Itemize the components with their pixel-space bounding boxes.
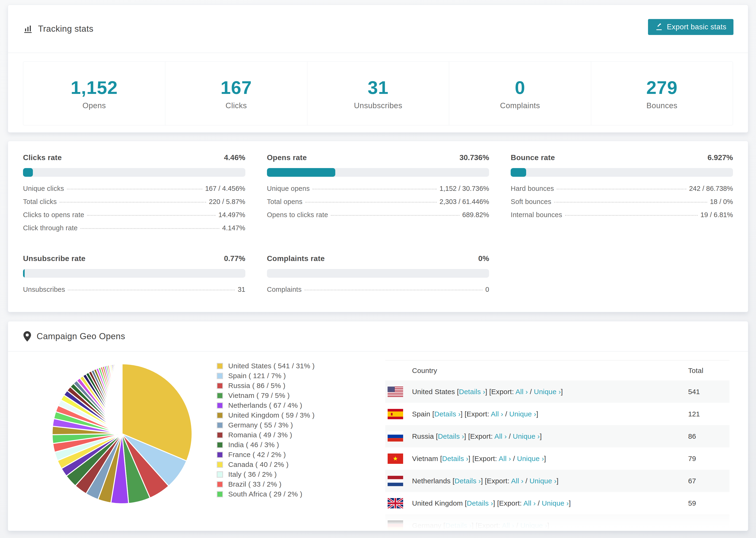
rate-value: 4.46% — [224, 153, 245, 162]
details-link[interactable]: Details › — [455, 477, 481, 485]
space — [510, 477, 511, 485]
total-cell: 79 — [688, 455, 696, 463]
bracket: ] — [568, 499, 571, 507]
country-flag-icon — [388, 409, 403, 419]
country-name: Netherlands — [412, 477, 451, 485]
legend-item[interactable]: Romania ( 49 / 3% ) — [217, 430, 315, 440]
export-all-link[interactable]: All › — [511, 477, 523, 485]
rate-progress-fill — [23, 269, 25, 278]
table-row: Russia [Details ›] [Export: All › / Uniq… — [385, 425, 729, 447]
country-name: Russia — [412, 432, 434, 440]
details-link[interactable]: Details › — [434, 410, 460, 418]
legend-item[interactable]: Italy ( 36 / 2% ) — [217, 469, 315, 479]
legend-item[interactable]: United Kingdom ( 59 / 3% ) — [217, 410, 315, 420]
details-link[interactable]: Details › — [438, 432, 464, 440]
country-cell: Netherlands [Details ›] [Export: All › /… — [412, 477, 559, 485]
legend-swatch — [217, 471, 223, 478]
legend-item[interactable]: United States ( 541 / 31% ) — [217, 361, 315, 371]
rate-detail-rows: Unsubscribes 31 — [23, 286, 245, 294]
details-link[interactable]: Details › — [459, 388, 485, 396]
country-cell: Vietnam [Details ›] [Export: All › / Uni… — [412, 455, 546, 463]
rate-progress-bar — [23, 269, 245, 278]
country-cell: Russia [Details ›] [Export: All › / Uniq… — [412, 432, 542, 440]
export-label: Export: — [491, 388, 514, 396]
rate-title-row: Complaints rate 0% — [267, 254, 489, 263]
table-row: Netherlands [Details ›] [Export: All › /… — [385, 470, 729, 492]
export-unique-link[interactable]: Unique › — [513, 432, 540, 440]
geo-pie-chart[interactable] — [49, 361, 195, 507]
legend-item[interactable]: Spain ( 121 / 7% ) — [217, 371, 315, 381]
stat-label: Opens — [82, 101, 106, 110]
details-link[interactable]: Details › — [442, 455, 468, 462]
legend-item[interactable]: India ( 46 / 3% ) — [217, 440, 315, 450]
export-all-link[interactable]: All › — [523, 499, 536, 507]
export-all-link[interactable]: All › — [515, 388, 528, 396]
export-unique-link[interactable]: Unique › — [529, 477, 557, 485]
rate-value: 6.927% — [707, 153, 733, 162]
export-unique-link[interactable]: Unique › — [534, 388, 561, 396]
country-flag-icon — [388, 454, 403, 464]
export-all-link[interactable]: All › — [495, 432, 507, 440]
slash: / — [514, 521, 520, 529]
bracket: ] — [547, 521, 549, 529]
rate-detail-row: Unsubscribes 31 — [23, 286, 245, 294]
rate-detail-row: Click through rate 4.147% — [23, 224, 245, 232]
pie-legend: United States ( 541 / 31% ) Spain ( 121 … — [217, 361, 315, 499]
legend-item[interactable]: Netherlands ( 67 / 4% ) — [217, 401, 315, 410]
tracking-stats-card: Tracking stats Export basic stats 1,152 … — [8, 5, 748, 133]
legend-label: United Kingdom ( 59 / 3% ) — [228, 411, 315, 419]
rates-card: Clicks rate 4.46% Unique clicks 167 / 4.… — [8, 141, 748, 312]
rate-detail-value: 0 — [485, 286, 489, 294]
geo-title: Campaign Geo Opens — [37, 331, 125, 341]
export-all-link[interactable]: All › — [499, 455, 511, 462]
rate-title-row: Unsubscribe rate 0.77% — [23, 254, 245, 263]
stat-card: 31 Unsubscribes — [307, 62, 449, 125]
country-cell: United Kingdom [Details ›] [Export: All … — [412, 499, 571, 507]
export-label: Export: — [499, 499, 522, 507]
rate-detail-value: 220 / 5.87% — [209, 198, 245, 206]
legend-swatch — [217, 393, 223, 399]
export-unique-link[interactable]: Unique › — [542, 499, 568, 507]
geo-table-header: Country Total — [385, 360, 729, 381]
export-all-link[interactable]: All › — [491, 410, 503, 418]
rate-block: Clicks rate 4.46% Unique clicks 167 / 4.… — [23, 153, 245, 237]
legend-item[interactable]: Germany ( 55 / 3% ) — [217, 420, 315, 430]
rate-detail-value: 19 / 6.81% — [700, 211, 733, 219]
export-basic-stats-button[interactable]: Export basic stats — [648, 19, 733, 35]
legend-item[interactable]: Russia ( 86 / 5% ) — [217, 381, 315, 391]
rate-detail-value: 31 — [238, 286, 245, 294]
space — [500, 521, 502, 529]
country-flag-icon — [388, 476, 403, 486]
slash: / — [528, 388, 534, 396]
rate-progress-fill — [267, 168, 335, 177]
export-unique-link[interactable]: Unique › — [520, 521, 547, 529]
legend-swatch — [217, 363, 223, 369]
legend-label: Germany ( 55 / 3% ) — [228, 421, 293, 429]
space — [497, 455, 499, 462]
rate-detail-row: Total opens 2,303 / 61.446% — [267, 198, 489, 206]
legend-item[interactable]: Canada ( 40 / 2% ) — [217, 459, 315, 469]
rate-detail-row: Clicks to opens rate 14.497% — [23, 211, 245, 219]
legend-item[interactable]: South Africa ( 29 / 2% ) — [217, 489, 315, 499]
legend-label: India ( 46 / 3% ) — [228, 441, 279, 449]
legend-item[interactable]: Vietnam ( 79 / 5% ) — [217, 391, 315, 401]
details-link[interactable]: Details › — [445, 521, 472, 529]
legend-label: France ( 42 / 2% ) — [228, 451, 286, 459]
pie-slice[interactable] — [122, 364, 122, 368]
geo-table-body: United States [Details ›] [Export: All ›… — [385, 381, 729, 531]
details-link[interactable]: Details › — [467, 499, 493, 507]
rate-detail-rows: Unique clicks 167 / 4.456% Total clicks … — [23, 185, 245, 232]
rate-title: Unsubscribe rate — [23, 254, 85, 263]
rate-detail-label: Hard bounces — [511, 185, 554, 192]
legend-item[interactable]: Brazil ( 33 / 2% ) — [217, 479, 315, 489]
rate-progress-bar — [267, 269, 489, 278]
export-all-link[interactable]: All › — [502, 521, 514, 529]
column-header-total: Total — [688, 367, 703, 375]
country-cell: United States [Details ›] [Export: All ›… — [412, 388, 563, 396]
legend-item[interactable]: France ( 42 / 2% ) — [217, 450, 315, 459]
stat-value: 1,152 — [71, 77, 118, 98]
export-unique-link[interactable]: Unique › — [517, 455, 544, 462]
export-unique-link[interactable]: Unique › — [509, 410, 536, 418]
campaign-geo-opens-card: Campaign Geo Opens United States ( 541 /… — [8, 321, 748, 531]
rate-detail-value: 1,152 / 30.736% — [440, 185, 489, 192]
